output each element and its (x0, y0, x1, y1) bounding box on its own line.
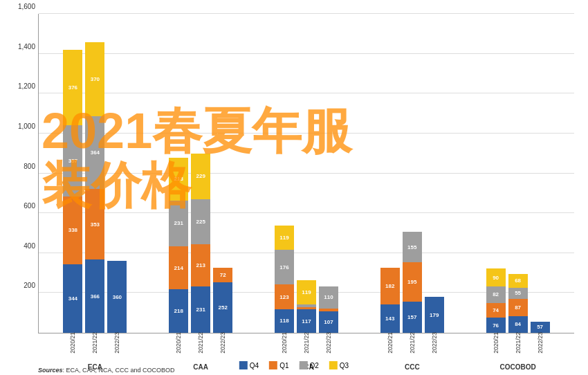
bar-segment-q1: 214 (169, 246, 188, 289)
bars-area: 3443383573762020/213663533643702021/2236… (39, 14, 574, 333)
bar-value-label: 157 (403, 314, 422, 320)
bar-value-label: 364 (85, 149, 104, 156)
bar-year-label: 2021/22 (409, 332, 416, 354)
bar-year-label: 2022/23 (537, 332, 544, 354)
bar-value-label: 357 (63, 158, 82, 164)
bar-value-label: 72 (213, 272, 232, 278)
y-axis-label: 1,400 (18, 42, 35, 50)
bar-year-label: 2020/21 (69, 332, 76, 354)
bar-segment-q2: 357 (63, 125, 82, 196)
legend-label: Q2 (310, 362, 319, 369)
bar-value-label: 118 (275, 318, 294, 324)
legend-color-box (239, 361, 248, 369)
bar-segment-q4: 118 (275, 309, 294, 333)
bar-segment-q4: 366 (85, 259, 104, 333)
bar-segment-q3: 213 (169, 158, 188, 201)
bar-year-label: 2022/23 (325, 332, 332, 354)
group-name-label: CCC (405, 363, 420, 371)
bar-value-label: 76 (486, 322, 506, 329)
bar-value-label: 214 (169, 265, 188, 271)
y-axis-label: 400 (24, 241, 35, 249)
bar-segment-q3: 229 (191, 154, 210, 199)
legend-item-q4: Q4 (239, 361, 259, 369)
bar-stack: 3663533643702021/22 (85, 42, 104, 333)
bar-value-label: 213 (191, 262, 210, 268)
bar-value-label: 195 (403, 279, 422, 285)
bar-value-label: 123 (275, 294, 294, 300)
bar-segment-q1: 213 (191, 244, 210, 287)
bar-value-label: 229 (191, 173, 210, 179)
bar-segment-q1: 72 (213, 268, 232, 282)
bar-value-label: 344 (63, 295, 82, 302)
bar-group-cocobod: 767482902020/21848755682021/22572022/23C… (465, 268, 571, 333)
chart-area: 2004006008001,0001,2001,4001,60034433835… (38, 14, 574, 333)
bar-stack: 572022/23 (531, 322, 550, 333)
bar-value-label: 82 (486, 291, 506, 298)
bar-year-label: 2020/21 (175, 332, 182, 354)
bar-value-label: 360 (107, 294, 127, 300)
bar-segment-q4: 84 (508, 316, 528, 333)
bar-value-label: 370 (85, 76, 104, 82)
bar-segment-q2 (297, 304, 316, 307)
bar-value-label: 179 (425, 312, 444, 318)
bar-stack: 3443383573762020/21 (63, 50, 82, 333)
bar-stack: 1571951552021/22 (403, 232, 422, 333)
bar-value-label: 87 (508, 304, 528, 311)
bar-value-label: 155 (403, 244, 422, 250)
bar-stack: 1171192021/22 (297, 280, 316, 333)
bar-value-label: 119 (275, 235, 294, 241)
bar-stack: 848755682021/22 (508, 274, 528, 333)
bar-segment-q4: 117 (297, 309, 316, 333)
bar-segment-q1: 195 (403, 262, 422, 301)
bar-value-label: 213 (169, 176, 188, 182)
y-axis-label: 1,200 (18, 82, 35, 90)
sources-label: Sources: ECA, CAA, NCA, CCC and COCOBOD (38, 367, 175, 374)
bar-segment-q4: 360 (107, 261, 127, 333)
bar-value-label: 55 (508, 290, 528, 296)
bar-segment-q4: 344 (63, 264, 82, 333)
bar-segment-q3: 370 (85, 42, 104, 116)
bar-stack: 767482902020/21 (486, 268, 506, 333)
legend-item-q2: Q2 (300, 361, 319, 369)
bar-segment-q4: 231 (191, 286, 210, 333)
bar-segment-q4: 57 (531, 322, 550, 333)
bar-value-label: 231 (191, 307, 210, 313)
bar-value-label: 57 (531, 324, 550, 330)
bar-value-label: 90 (486, 275, 506, 281)
bar-value-label: 143 (380, 315, 400, 322)
bar-segment-q2: 225 (191, 199, 210, 244)
y-axis-label: 1,600 (18, 3, 35, 10)
legend-label: Q3 (340, 362, 349, 369)
bar-stack: 1071102022/23 (319, 286, 338, 333)
bar-segment-q4: 179 (425, 297, 444, 333)
bar-value-label: 117 (297, 318, 316, 324)
legend-color-box (300, 361, 308, 369)
bar-year-label: 2022/23 (219, 332, 226, 354)
bar-value-label: 110 (319, 294, 338, 300)
bar-segment-q2: 364 (85, 116, 104, 189)
bar-year-label: 2020/21 (493, 332, 499, 354)
bar-segment-q1: 87 (508, 299, 528, 316)
bar-segment-q3: 90 (486, 268, 506, 286)
bar-segment-q4: 157 (403, 302, 422, 333)
bar-stack: 2182142312132020/21 (169, 158, 188, 333)
bar-year-label: 2020/21 (281, 332, 288, 354)
bar-segment-q4: 76 (486, 318, 506, 333)
bar-segment-q4: 143 (380, 304, 400, 333)
bar-value-label: 68 (508, 277, 528, 284)
bar-value-label: 338 (63, 227, 82, 233)
bar-stack: 2312132252292021/22 (191, 154, 210, 333)
bar-value-label: 119 (297, 289, 316, 295)
legend: Q4Q1Q2Q3 (239, 361, 349, 369)
bar-stack: 3602022/23 (107, 261, 127, 333)
bar-segment-q2: 82 (486, 286, 506, 303)
bar-value-label: 231 (169, 220, 188, 226)
bar-value-label: 84 (508, 321, 528, 327)
bar-segment-q1: 353 (85, 189, 104, 259)
legend-label: Q4 (250, 362, 259, 369)
bar-segment-q2: 231 (169, 201, 188, 247)
bar-segment-q1 (297, 307, 316, 309)
bar-segment-q3: 119 (297, 280, 316, 304)
bar-segment-q1: 74 (486, 303, 506, 318)
bar-segment-q2: 155 (403, 232, 422, 263)
